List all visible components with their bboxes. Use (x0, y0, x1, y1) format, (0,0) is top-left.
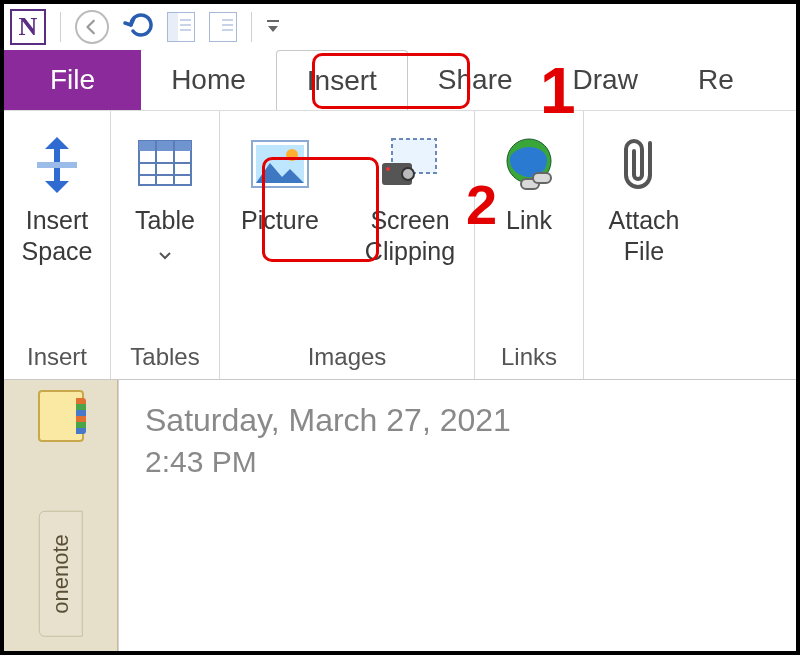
button-label: Link (506, 205, 552, 236)
insert-space-button[interactable]: Insert Space (12, 125, 102, 268)
paperclip-icon (612, 125, 676, 205)
link-button[interactable]: Link (483, 125, 575, 236)
toolbar-separator (251, 12, 252, 42)
group-label: Insert (27, 337, 87, 379)
button-label: Attach File (592, 205, 696, 268)
svg-rect-0 (37, 162, 77, 168)
button-label: Table (135, 205, 195, 268)
tab-label: Re (698, 64, 734, 96)
page-date: Saturday, March 27, 2021 (145, 402, 770, 439)
table-button[interactable]: Table (119, 125, 211, 268)
ribbon-group-links: Link Links (475, 111, 583, 379)
content-area: onenote Saturday, March 27, 2021 2:43 PM (4, 380, 796, 651)
group-label (641, 337, 648, 379)
tab-insert[interactable]: Insert (276, 50, 408, 110)
ribbon-group-insert: Insert Space Insert (4, 111, 110, 379)
tab-label: Insert (307, 65, 377, 97)
page-canvas[interactable]: Saturday, March 27, 2021 2:43 PM (119, 380, 796, 651)
picture-button[interactable]: Picture (228, 125, 332, 236)
svg-point-8 (402, 168, 414, 180)
onenote-app-icon[interactable]: N (10, 9, 46, 45)
back-button[interactable] (75, 10, 109, 44)
ribbon-tabs: File Home Insert Share Draw Re (4, 50, 796, 110)
group-label: Images (308, 337, 387, 379)
tab-share[interactable]: Share (408, 50, 543, 110)
undo-icon (123, 11, 153, 37)
quick-access-toolbar: N (4, 4, 796, 50)
button-label: Picture (241, 205, 319, 236)
group-label: Links (501, 337, 557, 379)
section-tab[interactable]: onenote (39, 511, 83, 637)
tab-file-label: File (50, 64, 95, 96)
chevron-down-icon (159, 252, 171, 260)
ribbon-group-files: Attach File (584, 111, 704, 379)
tab-review-truncated[interactable]: Re (668, 50, 764, 110)
tab-file[interactable]: File (4, 50, 141, 110)
tab-label: Share (438, 64, 513, 96)
svg-rect-13 (533, 173, 551, 183)
screen-clipping-button[interactable]: Screen Clipping (354, 125, 466, 268)
section-tab-label: onenote (48, 534, 73, 614)
notebook-icon[interactable] (38, 390, 84, 442)
screen-clipping-icon (378, 125, 442, 205)
insert-space-icon (25, 125, 89, 205)
picture-icon (248, 125, 312, 205)
ribbon-group-tables: Table Tables (111, 111, 219, 379)
tab-label: Draw (573, 64, 638, 96)
onenote-logo-letter: N (19, 14, 38, 40)
tab-home[interactable]: Home (141, 50, 276, 110)
tab-label: Home (171, 64, 246, 96)
group-label: Tables (130, 337, 199, 379)
undo-button[interactable] (123, 11, 153, 44)
globe-link-icon (497, 125, 561, 205)
ribbon: Insert Space Insert Table (4, 110, 796, 380)
toolbar-separator (60, 12, 61, 42)
page-time: 2:43 PM (145, 445, 770, 479)
button-label: Screen Clipping (354, 205, 466, 268)
notebook-sidebar: onenote (4, 380, 118, 651)
arrow-left-icon (83, 18, 101, 36)
full-page-view-button[interactable] (209, 12, 237, 42)
normal-view-button[interactable] (167, 12, 195, 42)
tab-draw[interactable]: Draw (543, 50, 668, 110)
attach-file-button[interactable]: Attach File (592, 125, 696, 268)
svg-rect-2 (139, 141, 191, 151)
svg-point-5 (286, 149, 298, 161)
svg-point-9 (386, 167, 390, 171)
button-label: Insert Space (12, 205, 102, 268)
qat-customize-dropdown[interactable] (266, 20, 280, 34)
ribbon-group-images: Picture Screen Clipping Images (220, 111, 474, 379)
table-icon (133, 125, 197, 205)
